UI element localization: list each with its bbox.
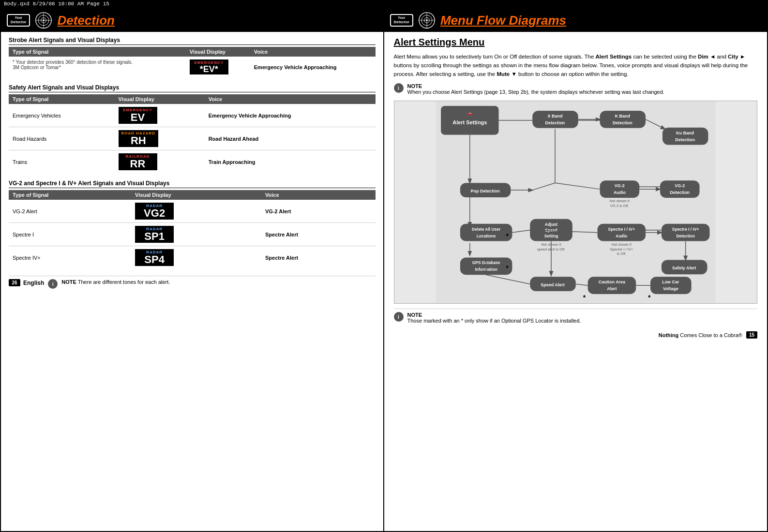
safety-display-rr: RAILROAD RR bbox=[115, 150, 205, 174]
strobe-col-voice: Voice bbox=[250, 47, 376, 57]
main-content: Your Detector Detection Strobe Alert Sig… bbox=[0, 8, 768, 532]
vg2-table: Type of Signal Visual Display Voice VG-2… bbox=[9, 190, 376, 269]
table-row: Emergency Vehicles EMERGENCY EV Emergenc… bbox=[9, 104, 376, 127]
svg-text:Detection: Detection bbox=[675, 137, 695, 142]
right-body: Alert Settings Menu Alert Menu allows yo… bbox=[384, 32, 768, 343]
svg-text:Spectre I / IV+: Spectre I / IV+ bbox=[610, 247, 632, 251]
footer-right: Nothing Comes Close to a Cobra® 15 bbox=[394, 331, 758, 339]
safety-badge-rh: ROAD HAZARD RH bbox=[119, 130, 159, 147]
svg-text:*: * bbox=[506, 232, 509, 240]
strobe-col-type: Type of Signal bbox=[9, 47, 186, 57]
detector-logo-right: Your Detector bbox=[390, 14, 413, 27]
radar-icon-right bbox=[418, 12, 436, 29]
table-row: * Your detector provides 360° detection … bbox=[9, 57, 376, 77]
safety-col-voice: Voice bbox=[205, 94, 376, 104]
vg2-col-type: Type of Signal bbox=[9, 190, 131, 200]
svg-text:Detection: Detection bbox=[670, 191, 690, 195]
svg-text:Delete All User: Delete All User bbox=[472, 227, 501, 232]
safety-display-ev: EMERGENCY EV bbox=[115, 104, 205, 127]
svg-text:Not shown if: Not shown if bbox=[609, 199, 630, 203]
safety-table-title: Safety Alert Signals and Visual Displays bbox=[9, 84, 376, 92]
safety-col-display: Visual Display bbox=[115, 94, 205, 104]
vg2-type-sp1: Spectre I bbox=[9, 223, 131, 246]
svg-text:K Band: K Band bbox=[615, 114, 630, 118]
strobe-table-title: Strobe Alert Signals and Visual Displays bbox=[9, 37, 376, 45]
left-body: Strobe Alert Signals and Visual Displays… bbox=[1, 32, 383, 296]
bottom-note-right: i NOTE Those marked with an * only show … bbox=[394, 309, 758, 326]
strobe-display-cell: EMERGENCY *EV* bbox=[186, 57, 250, 77]
strobe-col-display: Visual Display bbox=[186, 47, 250, 57]
svg-text:Speed: Speed bbox=[545, 228, 557, 233]
vg2-display-sp1: RADAR SP1 bbox=[131, 223, 261, 246]
note-content-bottom-right: NOTE Those marked with an * only show if… bbox=[407, 312, 581, 324]
left-section-title: Detection bbox=[57, 13, 114, 28]
svg-text:Ku Band: Ku Band bbox=[676, 131, 694, 135]
safety-badge-rr: RAILROAD RR bbox=[119, 153, 157, 170]
strobe-voice-cell: Emergency Vehicle Approaching bbox=[250, 57, 376, 77]
vg2-badge-sp1: RADAR SP1 bbox=[135, 226, 174, 243]
page-num-right: 15 bbox=[746, 331, 757, 339]
svg-text:*: * bbox=[648, 294, 651, 301]
svg-text:Locations: Locations bbox=[476, 234, 496, 238]
vg2-badge-vg2: RADAR VG2 bbox=[135, 203, 174, 220]
safety-table-section: Safety Alert Signals and Visual Displays… bbox=[9, 84, 376, 173]
safety-col-type: Type of Signal bbox=[9, 94, 115, 104]
table-row: Trains RAILROAD RR Train Approaching bbox=[9, 150, 376, 174]
note-icon-bottom-right: i bbox=[394, 312, 404, 322]
strobe-footnote-cell: * Your detector provides 360° detection … bbox=[9, 57, 186, 77]
flow-diagram: 🚗 Alert Settings X Band bbox=[394, 101, 758, 304]
note-box-right: i NOTE When you choose Alert Settings (p… bbox=[394, 83, 758, 95]
svg-text:VG-2: VG-2 bbox=[675, 184, 685, 189]
vg2-col-voice: Voice bbox=[261, 190, 375, 200]
svg-text:Detection: Detection bbox=[676, 234, 694, 238]
alert-settings-desc: Alert Menu allows you to selectively tur… bbox=[394, 53, 758, 78]
svg-text:Spectre I / IV+: Spectre I / IV+ bbox=[608, 227, 635, 232]
strobe-badge: EMERGENCY *EV* bbox=[190, 59, 228, 74]
svg-text:Low Car: Low Car bbox=[662, 280, 679, 285]
vg2-voice-sp1: Spectre Alert bbox=[261, 223, 375, 246]
svg-text:Speed Alert: Speed Alert bbox=[541, 283, 564, 288]
safety-display-rh: ROAD HAZARD RH bbox=[115, 127, 205, 150]
svg-text:Alert: Alert bbox=[607, 287, 617, 292]
right-section-title: Menu Flow Diagrams bbox=[440, 13, 566, 28]
svg-text:Safety Alert: Safety Alert bbox=[672, 266, 696, 271]
vg2-voice-sp4: Spectre Alert bbox=[261, 246, 375, 269]
flow-svg: 🚗 Alert Settings X Band bbox=[394, 101, 757, 303]
safety-badge-ev: EMERGENCY EV bbox=[119, 107, 157, 124]
safety-voice-ev: Emergency Vehicle Approaching bbox=[205, 104, 376, 127]
svg-point-11 bbox=[426, 19, 428, 21]
right-header: Your Detector Menu Flow Diagrams bbox=[384, 9, 768, 32]
svg-text:*: * bbox=[583, 294, 586, 301]
table-row: Road Hazards ROAD HAZARD RH Road Hazard … bbox=[9, 127, 376, 150]
vg2-badge-sp4: RADAR SP4 bbox=[135, 249, 174, 266]
note-content-left: NOTE There are different tones for each … bbox=[61, 279, 170, 285]
alert-settings-title: Alert Settings Menu bbox=[394, 37, 758, 48]
safety-type-ev: Emergency Vehicles bbox=[9, 104, 115, 127]
svg-text:Detection: Detection bbox=[545, 120, 565, 125]
top-bar: Body.qxd 8/29/08 10:00 AM Page 15 bbox=[0, 0, 768, 8]
safety-voice-rr: Train Approaching bbox=[205, 150, 376, 174]
safety-table: Type of Signal Visual Display Voice Emer… bbox=[9, 94, 376, 173]
svg-text:VG 2 is Off.: VG 2 is Off. bbox=[610, 204, 629, 208]
svg-text:Audio: Audio bbox=[613, 191, 626, 195]
svg-text:Not shown if: Not shown if bbox=[611, 242, 632, 247]
svg-text:Setting: Setting bbox=[544, 234, 558, 238]
bottom-note-left: 26 English i NOTE There are different to… bbox=[9, 276, 376, 292]
svg-text:Pop Detection: Pop Detection bbox=[470, 189, 499, 194]
svg-text:X Band: X Band bbox=[547, 114, 562, 118]
page-num-left: 26 bbox=[9, 279, 20, 286]
svg-text:*: * bbox=[506, 265, 509, 272]
vg2-voice-vg2: VG-2 Alert bbox=[261, 200, 375, 223]
vg2-display-vg2: RADAR VG2 bbox=[131, 200, 261, 223]
left-column: Your Detector Detection Strobe Alert Sig… bbox=[1, 9, 384, 531]
safety-type-rh: Road Hazards bbox=[9, 127, 115, 150]
nothing-label: Nothing Comes Close to a Cobra® bbox=[659, 332, 742, 338]
left-header: Your Detector Detection bbox=[1, 9, 383, 32]
svg-text:Alert Settings: Alert Settings bbox=[452, 119, 487, 125]
vg2-col-display: Visual Display bbox=[131, 190, 261, 200]
vg2-table-section: VG-2 and Spectre I & IV+ Alert Signals a… bbox=[9, 180, 376, 269]
table-row: Spectre IV+ RADAR SP4 Spectre Alert bbox=[9, 246, 376, 269]
safety-voice-rh: Road Hazard Ahead bbox=[205, 127, 376, 150]
svg-text:Detection: Detection bbox=[612, 120, 632, 125]
vg2-display-sp4: RADAR SP4 bbox=[131, 246, 261, 269]
